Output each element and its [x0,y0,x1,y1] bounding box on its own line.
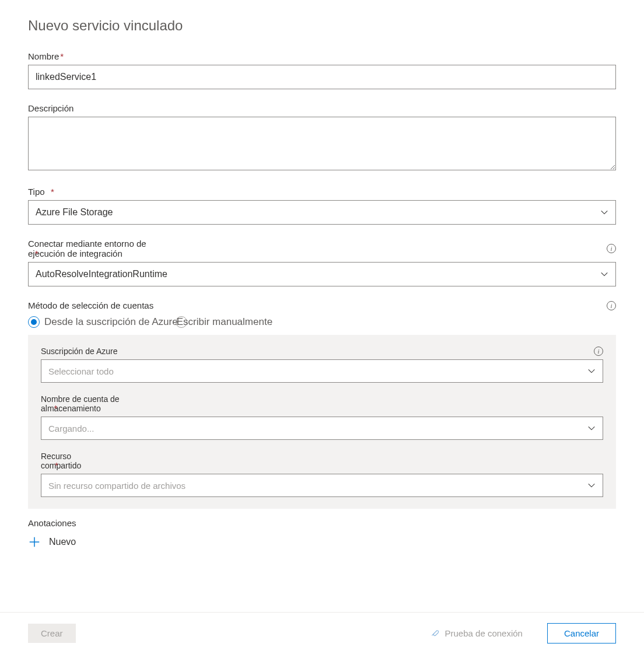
annotations-field: Anotaciones Nuevo [28,518,616,548]
cancel-button[interactable]: Cancelar [547,623,616,643]
radio-checked-icon [28,316,40,328]
info-icon[interactable]: i [607,244,616,253]
ir-select[interactable]: AutoResolveIntegrationRuntime [28,262,616,286]
add-annotation-button[interactable]: Nuevo [28,536,616,548]
subscription-field: Suscripción de Azure i Seleccionar todo [41,347,603,383]
type-select-value: Azure File Storage [36,207,113,218]
file-share-label: Recurso compartido* [41,452,91,470]
subscription-label: Suscripción de Azure [41,347,118,356]
chevron-down-icon [587,367,596,375]
radio-from-subscription-label: Desde la suscripción de Azure [44,316,178,328]
file-share-placeholder: Sin recurso compartido de archivos [48,481,186,491]
description-field: Descripción [28,103,616,173]
file-share-select[interactable]: Sin recurso compartido de archivos [41,474,603,497]
ir-field: Conectar mediante entorno de ejecución d… [28,239,616,286]
ir-select-value: AutoResolveIntegrationRuntime [36,269,167,279]
chevron-down-icon [587,481,596,489]
description-label: Descripción [28,103,74,113]
chevron-down-icon [600,208,608,216]
name-label: Nombre* [28,51,64,61]
storage-account-select[interactable]: Cargando... [41,417,603,440]
add-annotation-label: Nuevo [49,537,76,547]
type-select[interactable]: Azure File Storage [28,200,616,225]
type-label: Tipo * [28,187,54,197]
ir-label: Conectar mediante entorno de ejecución d… [28,239,159,258]
subscription-select[interactable]: Seleccionar todo [41,359,603,383]
info-icon[interactable]: i [594,347,603,356]
test-connection-label: Prueba de conexión [445,628,523,638]
type-field: Tipo * Azure File Storage [28,187,616,225]
name-input[interactable] [28,65,616,89]
chevron-down-icon [587,424,596,432]
radio-manual[interactable]: Escribir manualmente [176,316,272,328]
account-method-label: Método de selección de cuentas [28,300,153,310]
description-input[interactable] [28,117,616,170]
file-share-field: Recurso compartido* Sin recurso comparti… [41,452,603,497]
subscription-select-placeholder: Seleccionar todo [48,366,114,376]
info-icon[interactable]: i [607,301,616,310]
plus-icon [28,536,41,548]
radio-from-subscription[interactable]: Desde la suscripción de Azure [28,316,178,328]
storage-account-placeholder: Cargando... [48,424,94,433]
test-connection-button[interactable]: Prueba de conexión [417,624,536,643]
storage-account-label: Nombre de cuenta de almacenamiento* [41,394,138,413]
subscription-panel: Suscripción de Azure i Seleccionar todo … [28,335,616,509]
storage-account-field: Nombre de cuenta de almacenamiento* Carg… [41,394,603,440]
plug-icon [430,628,440,639]
name-field: Nombre* [28,51,616,89]
create-button[interactable]: Crear [28,624,76,643]
annotations-label: Anotaciones [28,518,76,528]
radio-manual-label: Escribir manualmente [177,316,272,328]
account-method-field: Método de selección de cuentas i Desde l… [28,300,616,328]
footer: Crear Prueba de conexión Cancelar [0,612,644,654]
page-title: Nuevo servicio vinculado [28,18,616,34]
chevron-down-icon [600,270,608,278]
